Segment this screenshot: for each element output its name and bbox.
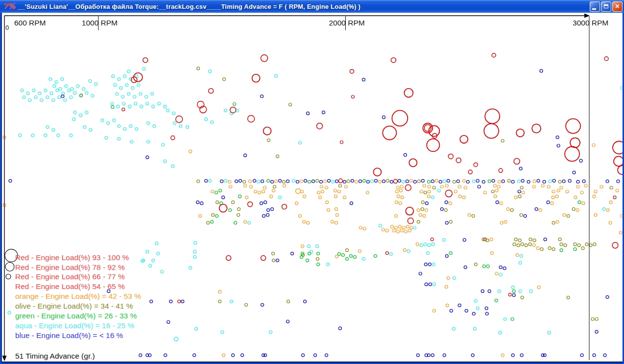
data-point — [584, 184, 587, 187]
data-point — [46, 96, 49, 99]
data-point — [275, 180, 278, 183]
data-point — [327, 179, 330, 182]
x-tick-label: 1000 RPM — [82, 19, 118, 27]
data-point — [140, 105, 143, 108]
data-point — [363, 227, 366, 230]
data-point — [516, 254, 519, 257]
data-point — [425, 283, 428, 286]
data-point — [343, 180, 346, 183]
minimize-button[interactable] — [590, 1, 600, 12]
x-tick-label: 3000 RPM — [573, 19, 608, 27]
data-point — [215, 191, 218, 194]
data-point — [171, 136, 175, 140]
data-point — [351, 179, 354, 182]
data-point — [603, 354, 606, 357]
data-point — [164, 354, 167, 357]
data-point — [394, 226, 397, 229]
data-point — [343, 196, 346, 199]
data-point — [466, 180, 469, 183]
data-point — [83, 125, 86, 128]
data-point — [582, 202, 585, 205]
data-point — [468, 214, 471, 217]
data-point — [399, 202, 402, 205]
data-point — [591, 317, 594, 320]
data-point — [150, 300, 153, 303]
data-point — [424, 191, 427, 194]
data-point — [573, 171, 576, 174]
data-point — [233, 102, 236, 105]
data-point — [173, 121, 176, 124]
data-point — [72, 118, 75, 121]
data-point — [359, 226, 362, 229]
data-point — [243, 180, 246, 183]
data-point — [155, 242, 158, 245]
data-point — [558, 180, 561, 183]
data-point — [424, 243, 427, 246]
data-point — [186, 125, 189, 128]
data-point — [267, 209, 270, 212]
data-point — [117, 105, 120, 108]
data-point — [576, 209, 579, 212]
data-point — [219, 204, 227, 212]
data-point — [300, 180, 303, 183]
data-point — [423, 184, 426, 187]
data-point — [89, 80, 92, 83]
data-point — [105, 136, 108, 139]
data-point — [21, 89, 24, 92]
data-point — [560, 186, 563, 189]
data-point — [609, 221, 612, 224]
data-point — [472, 215, 475, 218]
data-point — [552, 248, 555, 251]
data-point — [316, 258, 319, 261]
data-point — [199, 215, 202, 218]
data-point — [476, 179, 479, 182]
maximize-button[interactable] — [601, 1, 611, 12]
data-point — [421, 201, 424, 204]
legend-item-label: Red - Engine Load(%) 54 - 65 % — [15, 282, 125, 291]
data-point — [390, 180, 393, 183]
data-point — [272, 259, 275, 262]
data-point — [532, 244, 535, 247]
data-point — [413, 226, 416, 229]
data-point — [427, 139, 439, 151]
data-point — [378, 180, 381, 183]
data-point — [604, 57, 608, 61]
data-point — [143, 68, 145, 71]
data-point — [44, 134, 47, 137]
title-bar[interactable]: 7% __'Suzuki Liana'__Обработка файла Tor… — [0, 0, 624, 13]
data-point — [350, 70, 354, 73]
data-point — [145, 96, 148, 98]
data-point — [335, 208, 337, 211]
data-point — [524, 215, 527, 218]
data-point — [287, 300, 290, 303]
data-point — [157, 252, 160, 255]
data-point — [431, 238, 433, 241]
data-point — [557, 144, 560, 147]
data-point — [289, 103, 292, 106]
app-icon[interactable]: 7% — [3, 2, 15, 11]
data-point — [577, 244, 580, 247]
data-point — [325, 186, 328, 189]
data-point — [114, 84, 117, 87]
data-point — [197, 67, 200, 70]
close-icon: ✕ — [615, 3, 620, 9]
data-point — [495, 299, 498, 302]
data-point — [490, 238, 493, 241]
data-point — [424, 124, 431, 131]
data-point — [541, 184, 544, 187]
data-point — [533, 180, 536, 183]
data-point — [548, 247, 551, 250]
data-point — [527, 180, 530, 183]
data-point — [276, 259, 279, 262]
data-point — [267, 179, 270, 182]
close-button[interactable]: ✕ — [612, 1, 623, 12]
data-point — [366, 191, 369, 194]
data-point — [572, 208, 575, 211]
data-point — [383, 126, 396, 140]
x-tick-label: 2000 RPM — [329, 19, 364, 27]
data-point — [439, 180, 442, 183]
data-point — [337, 253, 340, 256]
data-point — [428, 190, 431, 193]
data-point — [443, 354, 446, 357]
data-point — [537, 179, 540, 182]
